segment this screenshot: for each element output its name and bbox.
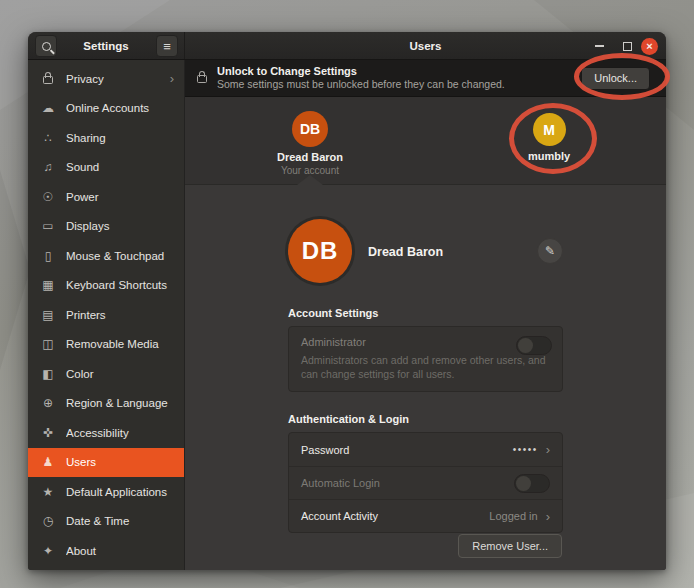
close-icon: ×	[641, 38, 658, 55]
share-icon: ∴	[40, 131, 56, 145]
power-icon: ☉	[40, 190, 56, 204]
authentication-card: Password ••••• › Automatic Login Account…	[288, 432, 563, 533]
users-panel: Unlock to Change Settings Some settings …	[185, 60, 666, 570]
unlock-text: Unlock to Change Settings Some settings …	[217, 65, 581, 92]
account-activity-label: Account Activity	[301, 510, 489, 522]
sidebar-item-keyboard-shortcuts[interactable]: ▦ Keyboard Shortcuts	[28, 271, 184, 301]
sidebar-item-online-accounts[interactable]: ☁ Online Accounts	[28, 94, 184, 124]
star-icon: ★	[40, 485, 56, 499]
color-icon: ◧	[40, 367, 56, 381]
sidebar-item-default-applications[interactable]: ★ Default Applications	[28, 477, 184, 507]
carousel-user-mumbly[interactable]: M mumbly	[494, 97, 604, 162]
speaker-icon: ♫	[40, 160, 56, 174]
minimize-icon	[595, 45, 604, 47]
titlebar: Settings ≡ Users ×	[28, 32, 666, 60]
administrator-description: Administrators can add and remove other …	[301, 354, 546, 381]
close-button[interactable]: ×	[641, 32, 658, 60]
sidebar-item-printers[interactable]: ▤ Printers	[28, 300, 184, 330]
keyboard-icon: ▦	[40, 278, 56, 292]
printer-icon: ▤	[40, 308, 56, 322]
maximize-icon	[623, 42, 632, 51]
panel-title: Users	[185, 32, 666, 60]
settings-window: Settings ≡ Users × Privacy ›	[28, 32, 666, 570]
sidebar-item-privacy[interactable]: Privacy ›	[28, 64, 184, 94]
automatic-login-row[interactable]: Automatic Login	[289, 466, 562, 499]
cloud-icon: ☁	[40, 101, 56, 115]
sidebar-item-displays[interactable]: ▭ Displays	[28, 212, 184, 242]
clock-icon: ◷	[40, 514, 56, 528]
sidebar-item-sound[interactable]: ♫ Sound	[28, 153, 184, 183]
mouse-icon: ▯	[40, 249, 56, 263]
account-activity-row[interactable]: Account Activity Logged in ›	[289, 499, 562, 532]
account-settings-heading: Account Settings	[288, 307, 563, 319]
password-value: •••••	[513, 444, 538, 455]
sidebar: Privacy › ☁ Online Accounts ∴ Sharing ♫ …	[28, 60, 185, 570]
hamburger-icon: ≡	[163, 40, 171, 53]
administrator-row: Administrator Administrators can add and…	[289, 327, 562, 391]
user-detail-panel: DB Dread Baron ✎ Account Settings Admini…	[185, 185, 666, 570]
edit-name-button[interactable]: ✎	[537, 238, 563, 264]
unlock-title: Unlock to Change Settings	[217, 65, 581, 79]
sidebar-item-sharing[interactable]: ∴ Sharing	[28, 123, 184, 153]
account-settings-card: Administrator Administrators can add and…	[288, 326, 563, 392]
automatic-login-label: Automatic Login	[301, 477, 514, 489]
user-name: Dread Baron	[255, 151, 365, 163]
accessibility-icon: ✜	[40, 426, 56, 440]
sidebar-item-color[interactable]: ◧ Color	[28, 359, 184, 389]
carousel-user-dread-baron[interactable]: DB Dread Baron Your account	[255, 97, 365, 176]
globe-icon: ⊕	[40, 396, 56, 410]
unlock-subtitle: Some settings must be unlocked before th…	[217, 78, 581, 91]
content-header: Users ×	[185, 32, 666, 59]
minimize-button[interactable]	[595, 32, 604, 60]
avatar: DB	[292, 111, 328, 147]
sidebar-item-accessibility[interactable]: ✜ Accessibility	[28, 418, 184, 448]
lock-icon	[197, 69, 207, 87]
pencil-icon: ✎	[545, 244, 555, 258]
user-carousel: DB Dread Baron Your account M mumbly	[185, 97, 666, 185]
about-icon: ✦	[40, 544, 56, 558]
profile-row: DB Dread Baron ✎	[288, 219, 563, 283]
chevron-right-icon: ›	[546, 509, 550, 524]
user-icon: ♟	[40, 455, 56, 469]
unlock-button[interactable]: Unlock...	[581, 67, 650, 90]
password-label: Password	[301, 444, 513, 456]
menu-button[interactable]: ≡	[156, 35, 178, 57]
avatar: M	[533, 113, 566, 146]
sidebar-item-region-language[interactable]: ⊕ Region & Language	[28, 389, 184, 419]
media-icon: ◫	[40, 337, 56, 351]
wallpaper-facet	[0, 170, 30, 370]
chevron-right-icon: ›	[170, 71, 174, 86]
avatar: DB	[288, 219, 352, 283]
unlock-banner: Unlock to Change Settings Some settings …	[185, 60, 666, 97]
remove-user-button[interactable]: Remove User...	[458, 534, 562, 558]
authentication-heading: Authentication & Login	[288, 413, 563, 425]
sidebar-item-users[interactable]: ♟ Users	[28, 448, 184, 478]
selected-user-pointer	[297, 175, 323, 185]
sidebar-item-date-time[interactable]: ◷ Date & Time	[28, 507, 184, 537]
administrator-label: Administrator	[301, 336, 550, 348]
user-name: mumbly	[494, 150, 604, 162]
lock-icon	[40, 71, 56, 87]
sidebar-item-power[interactable]: ☉ Power	[28, 182, 184, 212]
sidebar-item-mouse-touchpad[interactable]: ▯ Mouse & Touchpad	[28, 241, 184, 271]
display-icon: ▭	[40, 219, 56, 233]
chevron-right-icon: ›	[546, 442, 550, 457]
administrator-toggle[interactable]	[516, 336, 552, 355]
maximize-button[interactable]	[623, 32, 632, 60]
sidebar-item-about[interactable]: ✦ About	[28, 536, 184, 566]
profile-name: Dread Baron	[368, 245, 443, 259]
account-activity-value: Logged in	[489, 510, 537, 522]
password-row[interactable]: Password ••••• ›	[289, 433, 562, 466]
sidebar-header: Settings ≡	[28, 32, 185, 59]
sidebar-item-removable-media[interactable]: ◫ Removable Media	[28, 330, 184, 360]
automatic-login-toggle[interactable]	[514, 474, 550, 493]
